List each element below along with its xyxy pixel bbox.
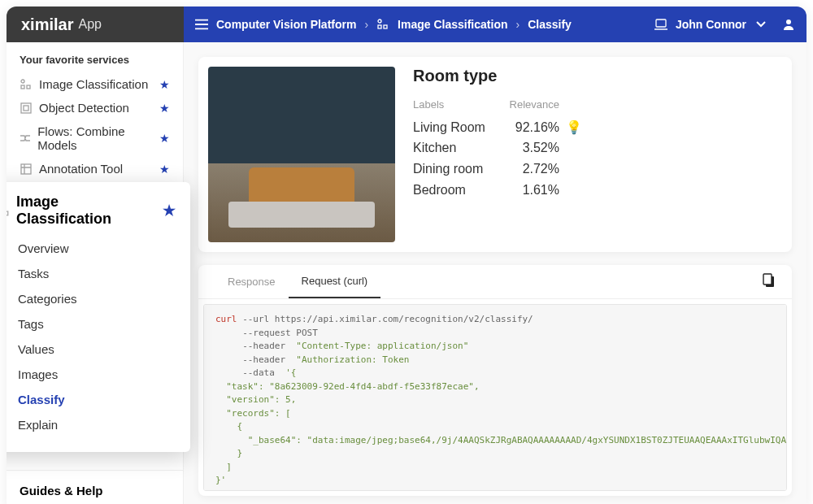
user-name[interactable]: John Connor: [676, 18, 746, 31]
bulb-icon[interactable]: 💡: [566, 117, 582, 138]
svg-rect-12: [7, 211, 8, 215]
classification-icon: [376, 18, 389, 31]
submenu-panel: Image Classification ★ Overview Tasks Ca…: [7, 182, 190, 452]
sidebar-item-annotation[interactable]: Annotation Tool ★: [7, 157, 183, 180]
submenu-item-tasks[interactable]: Tasks: [7, 261, 176, 286]
star-icon[interactable]: ★: [163, 202, 176, 219]
result-value: 3.52%: [502, 137, 559, 159]
submenu-item-overview[interactable]: Overview: [7, 236, 176, 261]
result-row: Bedroom 1.61%: [413, 180, 782, 201]
breadcrumb-page[interactable]: Classify: [528, 18, 572, 31]
svg-rect-8: [21, 103, 31, 113]
annotation-icon: [20, 163, 33, 176]
submenu-item-tags[interactable]: Tags: [7, 311, 176, 337]
svg-rect-2: [378, 25, 381, 28]
result-title: Room type: [413, 67, 782, 85]
copy-icon[interactable]: [763, 273, 776, 291]
guides-link[interactable]: Guides & Help: [7, 470, 183, 504]
breadcrumb-section[interactable]: Image Classification: [398, 18, 507, 31]
classification-icon: [20, 78, 33, 91]
result-card: Room type Labels Relevance Living Room 9…: [198, 57, 792, 252]
logo-suffix: App: [78, 17, 101, 32]
svg-point-5: [21, 80, 24, 83]
submenu-item-categories[interactable]: Categories: [7, 286, 176, 311]
code-card: Response Request (curl) curl --url https…: [198, 265, 792, 496]
submenu-title: Image Classification: [16, 193, 156, 228]
svg-rect-9: [24, 106, 28, 111]
breadcrumb-bar: Computer Vision Platform › Image Classif…: [184, 7, 806, 42]
star-icon[interactable]: ★: [159, 102, 170, 115]
main-content: Room type Labels Relevance Living Room 9…: [184, 42, 806, 504]
user-icon[interactable]: [782, 18, 795, 31]
svg-rect-6: [27, 85, 30, 89]
result-row: Kitchen 3.52%: [413, 137, 782, 159]
star-icon[interactable]: ★: [159, 78, 170, 91]
topbar: ximilar App Computer Vision Platform › I…: [7, 7, 806, 42]
chevron-right-icon: ›: [364, 18, 368, 31]
result-value: 1.61%: [502, 180, 559, 201]
chevron-right-icon: ›: [516, 18, 520, 31]
code-body[interactable]: curl --url https://api.ximilar.com/recog…: [203, 304, 787, 491]
sidebar-item-label: Image Classification: [39, 77, 148, 91]
chevron-down-icon[interactable]: [754, 18, 767, 31]
detection-icon: [20, 102, 33, 115]
menu-icon[interactable]: [195, 18, 208, 31]
submenu-header: Image Classification ★: [7, 193, 176, 228]
svg-rect-10: [21, 164, 31, 174]
sidebar-item-image-classification[interactable]: Image Classification ★: [7, 72, 183, 96]
breadcrumb-root[interactable]: Computer Vision Platform: [216, 18, 356, 31]
code-tabs: Response Request (curl): [198, 265, 792, 299]
result-row: Dining room 2.72%: [413, 159, 782, 180]
submenu-item-values[interactable]: Values: [7, 337, 176, 362]
svg-point-4: [786, 20, 791, 24]
flows-icon: [20, 132, 31, 145]
result-label: Bedroom: [413, 180, 502, 201]
result-label: Dining room: [413, 159, 502, 180]
result-row: Living Room 92.16% 💡: [413, 117, 782, 138]
submenu-item-images[interactable]: Images: [7, 362, 176, 387]
svg-rect-15: [763, 274, 772, 285]
logo[interactable]: ximilar App: [7, 7, 184, 42]
result-label: Kitchen: [413, 137, 502, 159]
sidebar-item-flows[interactable]: Flows: Combine Models ★: [7, 119, 183, 157]
sidebar-item-label: Object Detection: [39, 101, 129, 115]
star-icon[interactable]: ★: [159, 163, 170, 176]
sidebar: Your favorite services Image Classificat…: [7, 42, 184, 504]
sidebar-item-label: Annotation Tool: [39, 162, 123, 176]
result-value: 2.72%: [502, 159, 559, 180]
svg-rect-1: [384, 25, 387, 28]
logo-brand: ximilar: [21, 15, 73, 34]
col-header-relevance: Relevance: [502, 97, 559, 114]
star-icon[interactable]: ★: [159, 132, 170, 145]
submenu-item-classify[interactable]: Classify: [7, 387, 176, 412]
svg-rect-7: [21, 85, 24, 89]
result-value: 92.16%: [502, 117, 559, 138]
result-label: Living Room: [413, 117, 502, 138]
tab-response[interactable]: Response: [215, 266, 289, 298]
laptop-icon[interactable]: [654, 18, 667, 31]
result-thumbnail[interactable]: [208, 67, 395, 242]
submenu-item-explain[interactable]: Explain: [7, 412, 176, 437]
col-header-labels: Labels: [413, 97, 502, 114]
sidebar-item-object-detection[interactable]: Object Detection ★: [7, 96, 183, 119]
svg-rect-3: [656, 20, 666, 27]
classification-icon: [7, 204, 10, 217]
svg-point-0: [378, 20, 381, 23]
favorites-header: Your favorite services: [7, 42, 183, 72]
tab-request[interactable]: Request (curl): [289, 265, 381, 298]
sidebar-item-label: Flows: Combine Models: [37, 124, 153, 152]
